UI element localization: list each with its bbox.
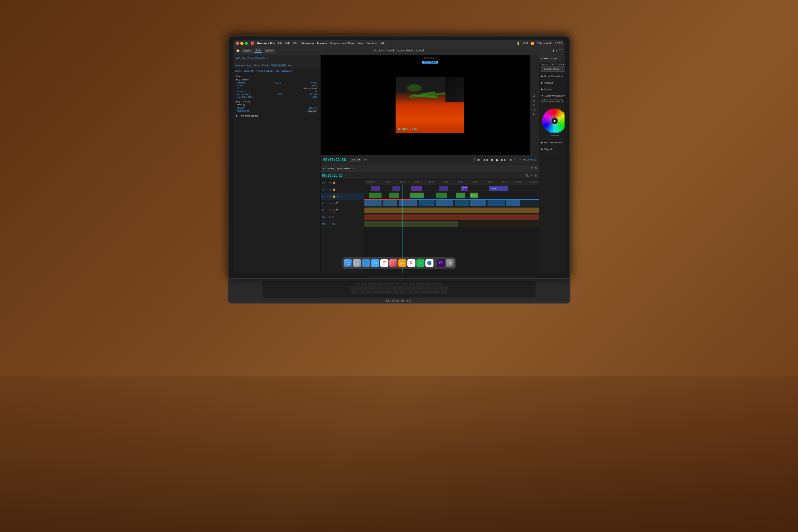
- traffic-lights[interactable]: [236, 42, 248, 45]
- v1-main-clip-3[interactable]: [399, 200, 417, 206]
- menu-edit[interactable]: Edit: [286, 42, 290, 45]
- v1-main-clip-6[interactable]: [455, 200, 469, 206]
- v2-clip-2[interactable]: [390, 193, 399, 198]
- edit-button[interactable]: Edit: [254, 48, 263, 53]
- opacity-group[interactable]: ▶ ƒ Opacity: [235, 100, 319, 103]
- v2-clip-5[interactable]: [456, 193, 465, 198]
- key-1[interactable]: [357, 286, 363, 289]
- opacity-eye-icon[interactable]: 👁: [237, 103, 240, 106]
- v2-eye-icon[interactable]: 👁: [329, 188, 332, 191]
- a3-solo-icon[interactable]: S: [332, 216, 334, 218]
- shadows-wheel-container[interactable]: Shadows: [542, 109, 565, 136]
- a2-mic-icon[interactable]: 🎤: [335, 209, 338, 212]
- dock-trash[interactable]: 🗑: [446, 259, 454, 267]
- home-icon[interactable]: 🏠: [236, 49, 240, 52]
- key-f2[interactable]: [367, 282, 374, 285]
- v3-clip-3[interactable]: [411, 186, 422, 191]
- key-f3[interactable]: [374, 282, 381, 285]
- key-0[interactable]: [418, 286, 424, 289]
- audio-tab[interactable]: Aud: [288, 64, 292, 66]
- stop-button[interactable]: ⏹: [490, 157, 494, 162]
- dock-calendar[interactable]: 📅: [380, 259, 388, 267]
- lumetri-dropdown[interactable]: Lumetri Color: [541, 66, 565, 72]
- motion-group[interactable]: ▶ ƒ Motion: [235, 78, 319, 81]
- preview-side-controls[interactable]: ⊕ ⊖ ⊞ ◎ ⊡: [530, 55, 539, 155]
- comparison-view-button[interactable]: Comparison View: [541, 99, 563, 103]
- key-f8[interactable]: [408, 282, 415, 285]
- opacity-value[interactable]: 100.0 %: [309, 107, 317, 109]
- go-start-button[interactable]: ⏮: [477, 157, 481, 162]
- menu-view[interactable]: View: [358, 42, 363, 45]
- v2-lock-icon[interactable]: 🔒: [332, 188, 336, 191]
- effects-tab[interactable]: Effects: [263, 64, 269, 66]
- key-f4[interactable]: [381, 282, 387, 285]
- a2-mute-icon[interactable]: M: [329, 209, 331, 212]
- v1-main-clip-8[interactable]: [488, 200, 505, 206]
- export-button[interactable]: Export: [264, 49, 275, 53]
- dock-premiere[interactable]: Pr: [437, 259, 445, 267]
- blend-mode-dropdown[interactable]: Normal: [307, 110, 317, 113]
- key-backspace[interactable]: [439, 286, 448, 289]
- key-esc[interactable]: [356, 282, 360, 285]
- key-f5[interactable]: [388, 282, 394, 285]
- key-e[interactable]: [373, 290, 379, 293]
- v3-clip-2[interactable]: [393, 186, 400, 191]
- a3-audio-clip[interactable]: [364, 221, 458, 227]
- v1-main-clip-9[interactable]: [506, 200, 520, 206]
- key-8[interactable]: [405, 286, 411, 289]
- key-i[interactable]: [407, 290, 413, 293]
- anchor-y[interactable]: 1920.0: [310, 93, 317, 95]
- lumetri-basic-correction[interactable]: ▶ Basic Correction: [539, 73, 565, 80]
- menu-clip[interactable]: Clip: [293, 42, 298, 45]
- menu-premiere[interactable]: Premiere Pro: [257, 42, 274, 45]
- key-5[interactable]: [384, 286, 390, 289]
- v1-expand-icon[interactable]: ⊞: [337, 195, 339, 198]
- v2-clip-4[interactable]: [436, 193, 447, 198]
- settings-icon[interactable]: ≡: [556, 49, 558, 52]
- menu-help[interactable]: Help: [380, 42, 385, 45]
- a1-mic-icon[interactable]: 🎤: [335, 202, 338, 205]
- rotation-value[interactable]: 0: [316, 90, 317, 93]
- key-f6[interactable]: [395, 282, 401, 285]
- lumetri-curves[interactable]: ▶ Curves: [539, 86, 565, 93]
- scale-value[interactable]: 100.0: [311, 84, 317, 87]
- v3-lock-icon[interactable]: 🔒: [332, 182, 336, 184]
- menu-window[interactable]: Window: [366, 42, 377, 45]
- share-icon[interactable]: ⬆: [552, 49, 554, 52]
- step-back-button[interactable]: ◀◀: [482, 157, 489, 162]
- safe-area-icon[interactable]: ⊡: [533, 112, 535, 115]
- time-remapping-group[interactable]: ▶ Time Remapping: [235, 114, 319, 117]
- opacity-pen-icon[interactable]: ✏: [240, 103, 243, 106]
- key-w[interactable]: [366, 290, 372, 293]
- a1-solo-icon[interactable]: S: [332, 202, 334, 205]
- import-button[interactable]: Import: [242, 49, 252, 53]
- dock-podcasts[interactable]: 🎙: [407, 259, 416, 267]
- v1-main-clip-4[interactable]: [419, 200, 435, 206]
- dock-music[interactable]: ♪: [390, 259, 397, 267]
- zoom-out-icon[interactable]: ⊖: [533, 99, 535, 102]
- key-p[interactable]: [420, 290, 427, 293]
- menu-sequence[interactable]: Sequence: [301, 42, 314, 45]
- menu-markers[interactable]: Markers: [317, 42, 327, 45]
- a3-mute-icon[interactable]: M: [329, 216, 331, 218]
- timeline-timecode[interactable]: 00:00:11:37: [322, 174, 343, 177]
- minimize-button[interactable]: [240, 42, 244, 45]
- close-button[interactable]: [236, 42, 239, 45]
- quality-label[interactable]: 1/4: [364, 158, 367, 161]
- key-3[interactable]: [370, 286, 377, 289]
- link-icon[interactable]: ⛓: [535, 174, 538, 177]
- key-r[interactable]: [379, 290, 385, 293]
- a2-audio-clip[interactable]: [364, 214, 539, 220]
- v3-clip-4[interactable]: [439, 186, 448, 191]
- v1-main-clip-1[interactable]: [364, 200, 382, 206]
- v1-eye-icon[interactable]: 👁: [329, 195, 332, 198]
- key-backslash[interactable]: [441, 290, 447, 293]
- key-rbracket[interactable]: [434, 290, 440, 293]
- zoom-in-icon[interactable]: ⊕: [533, 95, 535, 98]
- lumetri-color-wheels[interactable]: ▼ Color Wheels & Match Comparison View F…: [539, 93, 565, 140]
- mark-in-button[interactable]: {: [473, 157, 475, 162]
- a1-audio-clip[interactable]: [364, 208, 539, 213]
- key-4[interactable]: [377, 286, 383, 289]
- maximize-button[interactable]: [245, 42, 248, 45]
- key-6[interactable]: [391, 286, 397, 289]
